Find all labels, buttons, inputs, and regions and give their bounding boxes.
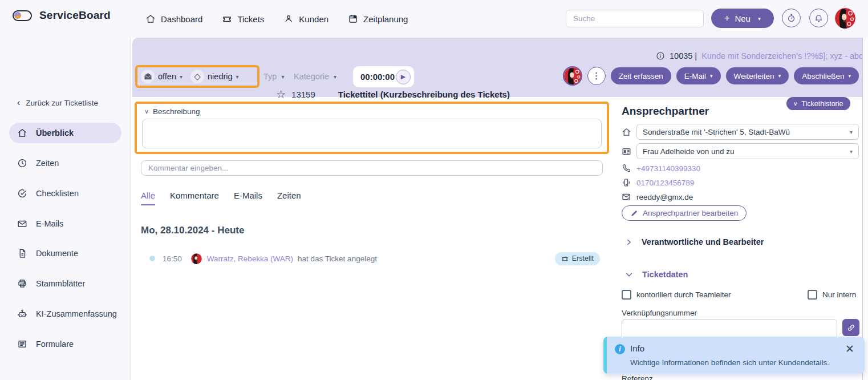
phone-row: +49731140399330: [622, 164, 700, 173]
plus-icon: +: [724, 13, 729, 23]
email-button[interactable]: E-Mail▾: [676, 67, 721, 84]
envelope-icon: [17, 219, 27, 229]
responsible-section-toggle[interactable]: Verantwortliche und Bearbeiter: [625, 237, 764, 246]
link-number-label: Verknüpfungsnummer: [622, 309, 697, 317]
sidebar-item-emails[interactable]: E-Mails: [17, 219, 63, 229]
document-icon: [17, 248, 27, 258]
ticketdata-section-toggle[interactable]: Ticketdaten: [625, 270, 688, 279]
phone-number-link[interactable]: +49731140399330: [636, 164, 700, 173]
referenz-label: Referenz: [622, 374, 653, 380]
stopwatch-button[interactable]: [782, 9, 801, 27]
chevron-down-icon: ▾: [850, 129, 853, 135]
brand[interactable]: ServiceBoard: [13, 9, 111, 22]
contact-panel-heading: Ansprechpartner: [622, 105, 709, 118]
brand-name: ServiceBoard: [39, 9, 111, 22]
sidebar-item-zeiten[interactable]: Zeiten: [17, 158, 59, 168]
tab-zeiten[interactable]: Zeiten: [277, 191, 301, 205]
sidebar-item-ueberblick[interactable]: Überblick: [9, 123, 121, 143]
email-row: reeddy@gmx.de: [622, 192, 693, 201]
description-textarea[interactable]: [142, 119, 602, 148]
address-select-row: Sonderstraße mit '-Strichen' 5, Stadt-Ba…: [622, 124, 859, 140]
chevron-down-icon[interactable]: ▾: [758, 15, 761, 22]
customer-link[interactable]: Kunde mit Sonderzeichen's !?%$]; xyz - a…: [701, 51, 863, 60]
new-button[interactable]: + Neu ▾: [711, 9, 774, 28]
entry-user-link[interactable]: Warratz, Rebekka (WAR): [207, 254, 293, 263]
chevron-down-icon[interactable]: ▾: [180, 74, 182, 80]
chevron-down-icon: ▾: [850, 148, 853, 155]
global-search: [566, 10, 704, 27]
chevron-down-icon: ∨: [144, 108, 149, 115]
entry-action: hat das Ticket angelegt: [298, 254, 377, 263]
entry-badge: Erstellt: [555, 252, 600, 265]
stopwatch-icon: [786, 13, 796, 23]
chevron-down-icon: ∨: [793, 100, 797, 107]
sidebar-item-checklisten[interactable]: Checklisten: [17, 188, 79, 199]
favorite-star-icon[interactable]: ☆: [276, 88, 286, 101]
tab-kommentare[interactable]: Kommentare: [170, 191, 219, 205]
home-icon: [17, 128, 27, 138]
sidebar-item-dokumente[interactable]: Dokumente: [17, 248, 78, 258]
link-button[interactable]: [842, 319, 859, 336]
vertical-scrollbar[interactable]: [862, 38, 868, 380]
check-circle-icon: [17, 188, 27, 199]
chevron-down-icon[interactable]: ▾: [236, 74, 239, 80]
forward-button[interactable]: Weiterleiten▾: [726, 67, 789, 84]
id-card-icon: [622, 147, 631, 156]
calendar-icon: [348, 14, 358, 24]
priority-dropdown[interactable]: niedrig: [208, 72, 233, 81]
app-logo-icon: [13, 10, 32, 21]
notifications-button[interactable]: [809, 9, 828, 27]
edit-contact-button[interactable]: Ansprechpartner bearbeiten: [622, 205, 747, 221]
chevron-down-icon: ▾: [710, 73, 713, 79]
teamleiter-checkbox[interactable]: [622, 290, 631, 300]
mobile-row: 0170/123456789: [622, 178, 694, 187]
tab-emails[interactable]: E-Mails: [234, 191, 262, 205]
customer-row: 10035 | Kunde mit Sonderzeichen's !?%$];…: [656, 51, 863, 60]
chevron-left-icon: ‹: [17, 98, 20, 108]
chevron-down-icon: ▾: [281, 74, 284, 80]
status-envelope-icon: [141, 70, 155, 83]
description-toggle[interactable]: ∨ Beschreibung: [144, 107, 200, 116]
comment-input[interactable]: [141, 160, 603, 176]
home-icon: [145, 14, 156, 24]
more-actions-button[interactable]: ⋮: [587, 67, 606, 85]
category-dropdown[interactable]: Kategorie ▾: [294, 72, 336, 81]
timer-play-button[interactable]: ▶: [396, 70, 411, 84]
assignee-avatar[interactable]: [563, 66, 582, 86]
ticket-sidebar: ‹ Zurück zur Ticketliste Überblick Zeite…: [0, 38, 131, 380]
close-ticket-button[interactable]: Abschließen▾: [794, 67, 859, 84]
record-time-button[interactable]: Zeit erfassen: [611, 67, 671, 84]
info-icon[interactable]: [656, 51, 665, 60]
toast-title: Info: [630, 343, 644, 353]
nav-dashboard[interactable]: Dashboard: [145, 14, 202, 24]
contact-person-select[interactable]: Frau Adelheide von und zu ▾: [636, 143, 859, 159]
ticket-actions: ⋮ Zeit erfassen E-Mail▾ Weiterleiten▾ Ab…: [563, 66, 859, 86]
priority-diamond-icon: ◇: [190, 70, 204, 83]
sidebar-item-stammblaetter[interactable]: Stammblätter: [17, 278, 85, 289]
ticket-title-row: ☆ 13159 Tickettitel (Kurzbeschreibung de…: [276, 88, 510, 101]
time-tracker: 00:00:00 ▶: [353, 66, 414, 87]
type-dropdown[interactable]: Typ ▾: [263, 72, 284, 81]
status-dropdown[interactable]: offen: [158, 72, 176, 81]
sidebar-item-ki-zusammenfassung[interactable]: KI-Zusammenfassung: [17, 309, 117, 319]
customer-id: 10035 |: [670, 51, 697, 60]
user-avatar[interactable]: [835, 8, 855, 29]
ticket-history-button[interactable]: ∨ Tickethistorie: [786, 97, 850, 110]
sidebar-item-formulare[interactable]: Formulare: [17, 339, 74, 349]
tab-alle[interactable]: Alle: [141, 191, 155, 205]
email-icon: [622, 192, 631, 201]
play-icon: ▶: [401, 73, 405, 80]
info-icon: i: [615, 344, 625, 354]
nav-kunden[interactable]: Kunden: [283, 14, 328, 24]
search-input[interactable]: [566, 10, 704, 27]
nav-zeitplanung[interactable]: Zeitplanung: [348, 14, 408, 24]
mobile-number-link[interactable]: 0170/123456789: [636, 179, 694, 187]
email-address[interactable]: reeddy@gmx.de: [636, 193, 693, 201]
close-icon[interactable]: ✕: [845, 342, 854, 355]
toast-message: Wichtige Informationen befinden sich unt…: [630, 358, 829, 367]
nur-intern-checkbox[interactable]: [808, 290, 817, 300]
top-navigation: Dashboard Tickets Kunden Zeitplanung: [145, 0, 408, 38]
nav-tickets[interactable]: Tickets: [222, 14, 264, 24]
back-to-ticketlist[interactable]: ‹ Zurück zur Ticketliste: [17, 98, 98, 108]
address-select[interactable]: Sonderstraße mit '-Strichen' 5, Stadt-Ba…: [636, 124, 859, 140]
